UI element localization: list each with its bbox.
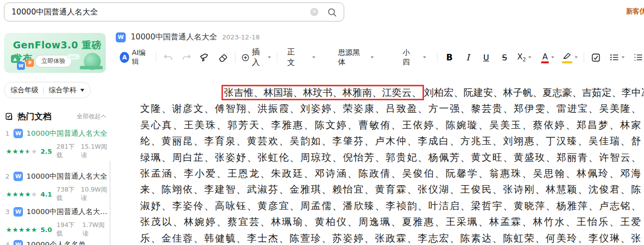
highlighted-names: 张吉惟、林国瑞、林玟书、林雅南、江奕云、 bbox=[224, 87, 422, 98]
bullet-list-button[interactable] bbox=[610, 53, 625, 61]
genflow-banner[interactable]: GenFlow3.0 重磅发布 ▲ W P 立即体验 ... bbox=[4, 33, 106, 73]
text-line: 绿珮、周白芷、张姿妤、张虹伦、周琼玟、倪怡芳、郭贵妃、杨佩芳、黄文旺、黄盛玫、郑… bbox=[140, 150, 641, 166]
rank-label: 2 bbox=[5, 173, 10, 180]
reads-count: 10.9W阅读 bbox=[81, 186, 107, 203]
chevron-down-icon bbox=[551, 56, 554, 58]
text-line: 来、陈翊依、李建智、武淑芬、金雅琪、赖怡宜、黄育霖、张仪湖、王俊民、张诗刚、林慧… bbox=[140, 182, 641, 198]
chevron-down-icon bbox=[575, 56, 578, 58]
grade-subject-filter[interactable]: 综合年级 | 综合学科 bbox=[4, 82, 91, 98]
doc-list-item[interactable]: 2 W 10000中国普通人名大全 ★★★★★ ★★★★★ 4.1 738下载 … bbox=[5, 172, 107, 203]
downloads-count: 738下载 bbox=[56, 186, 76, 203]
search-box[interactable]: ✕ bbox=[4, 2, 344, 21]
subscript-button[interactable]: X2 bbox=[517, 52, 531, 62]
star-rating: ★★★★★ ★★★★★ bbox=[6, 191, 37, 198]
underline-button[interactable]: U bbox=[480, 51, 492, 64]
doc-item-title[interactable]: 10000中国普通人名大… bbox=[26, 207, 107, 217]
clear-search-icon[interactable]: ✕ bbox=[310, 8, 318, 16]
text-line: 文隆、谢彦文、傅智翔、洪振霞、刘姿婷、荣姿康、吕致盈、方一强、黎芸贵、郑伊雯、雷… bbox=[140, 101, 641, 117]
doc-item-title[interactable]: 10000中国普通人名大全 bbox=[26, 172, 107, 181]
font-family-value: 思源黑体 bbox=[338, 48, 362, 67]
font-color-swatch bbox=[541, 61, 549, 63]
strikethrough-button[interactable]: S bbox=[499, 51, 510, 64]
highlight-selection-box: 张吉惟、林国瑞、林玟书、林雅南、江奕云、 bbox=[221, 85, 424, 100]
collapse-all-button[interactable]: 全部收起 bbox=[77, 112, 106, 121]
new-customer-promo-link[interactable]: 新客优惠 bbox=[626, 7, 644, 16]
text-line: 纶、黄丽昆、李育泉、黄芸欢、吴韵如、李肇芬、卢木仲、李成白、方兆玉、刘翊惠、丁汉… bbox=[140, 133, 641, 149]
filter-grade-label: 综合年级 bbox=[10, 86, 38, 95]
numbered-list-icon bbox=[634, 53, 643, 61]
italic-button[interactable]: I bbox=[462, 51, 473, 64]
doc-item-title[interactable]: 10000中国普通人名大全 bbox=[26, 129, 107, 138]
names-text: 刘柏宏、阮建安、林子帆、夏志豪、吉茹定、李中冰、黄 bbox=[424, 87, 644, 98]
format-painter-icon[interactable] bbox=[199, 51, 211, 64]
eraser-icon[interactable] bbox=[217, 51, 229, 64]
rating-value: 4.1 bbox=[40, 191, 52, 198]
toolbar-divider bbox=[235, 52, 235, 62]
word-chip-icon: W bbox=[17, 62, 25, 70]
filter-divider: | bbox=[42, 86, 44, 94]
toolbar-divider bbox=[277, 52, 277, 62]
bold-button[interactable]: B bbox=[443, 51, 455, 64]
chevron-down-icon bbox=[371, 56, 374, 58]
doc-list-item[interactable]: 4 W 10000个人名名单 bbox=[5, 240, 107, 245]
chevron-down-icon bbox=[268, 56, 271, 58]
paragraph-style-select[interactable]: 正文 bbox=[287, 47, 315, 68]
text-line: 吴心真、王美珠、郭芳天、李雅惠、陈文婷、曹敏侑、王依婷、陈婉璇、吴美玉、蔡依婷、… bbox=[140, 117, 641, 133]
laptop-icon bbox=[80, 66, 103, 69]
chevron-down-icon bbox=[622, 56, 625, 58]
document-header: W 10000中国普通人名大全 2023-12-18 bbox=[116, 32, 260, 42]
checkbox-list-button[interactable] bbox=[590, 51, 602, 64]
text-line: 乐、金佳蓉、韩健毓、李士杰、陈萱珍、苏姿婷、张政霖、李志宏、陈素达、陈虹荣、何美… bbox=[140, 231, 641, 245]
hot-docs-header: 热门文档 全部收起 bbox=[5, 111, 106, 122]
banner-brand: GenFlow3.0 bbox=[13, 39, 78, 50]
document-title: 10000中国普通人名大全 bbox=[131, 32, 217, 42]
doc-list-item[interactable]: 1 W 10000中国普通人名大全 ★★★★★ ★★★★★ 2.5 281下载 … bbox=[5, 129, 107, 160]
editor-toolbar: A AI编辑 bbox=[120, 48, 644, 67]
highlight-color-button[interactable] bbox=[562, 52, 578, 63]
chevron-down-icon bbox=[80, 89, 84, 92]
reads-count: 15.1W阅读 bbox=[81, 143, 107, 160]
word-doc-icon: W bbox=[13, 172, 23, 181]
font-size-select[interactable]: 小四 bbox=[403, 48, 426, 67]
word-doc-icon: W bbox=[13, 207, 23, 217]
text-line: 张吉惟、林国瑞、林玟书、林雅南、江奕云、刘柏宏、阮建安、林子帆、夏志豪、吉茹定、… bbox=[140, 85, 641, 101]
app-window: ✕ 新客优惠 GenFlow3.0 重磅发布 ▲ W P 立即体验 ... 综合… bbox=[0, 0, 644, 245]
hot-docs-title: 热门文档 bbox=[17, 111, 51, 122]
bullet-list-icon bbox=[610, 53, 619, 61]
star-rating: ★★★★★ ★★★★★ bbox=[6, 227, 37, 233]
doc-list-item[interactable]: 3 W 10000中国普通人名大… ★★★★★ ★★★★★ 5.0 194下载 … bbox=[5, 207, 107, 238]
text-line: 张茂以、林婉婷、蔡宜芸、林珮瑜、黄柏仪、周逸珮、夏雅惠、王采珮、林孟霖、林竹水、… bbox=[140, 214, 641, 230]
hot-docs-icon bbox=[5, 112, 14, 121]
sidebar: GenFlow3.0 重磅发布 ▲ W P 立即体验 ... 综合年级 | 综合… bbox=[0, 26, 111, 245]
toolbar-divider bbox=[584, 52, 584, 62]
downloads-count: 194下载 bbox=[56, 221, 78, 238]
search-input[interactable] bbox=[11, 7, 310, 16]
font-color-button[interactable]: A bbox=[541, 52, 554, 63]
ppt-chip-icon: P bbox=[26, 59, 34, 67]
chevron-down-icon bbox=[423, 56, 426, 58]
font-size-value: 小四 bbox=[403, 48, 414, 67]
toolbar-divider bbox=[437, 52, 437, 62]
redo-button[interactable] bbox=[181, 51, 192, 64]
insert-button[interactable]: 插入 bbox=[241, 47, 271, 68]
document-body[interactable]: 张吉惟、林国瑞、林玟书、林雅南、江奕云、刘柏宏、阮建安、林子帆、夏志豪、吉茹定、… bbox=[140, 85, 641, 245]
search-icon[interactable] bbox=[327, 7, 337, 17]
doc-item-title[interactable]: 10000个人名名单 bbox=[26, 240, 86, 245]
main-panel: W 10000中国普通人名大全 2023-12-18 A AI编辑 bbox=[111, 26, 644, 245]
downloads-count: 281下载 bbox=[56, 143, 76, 160]
toolbar-divider bbox=[156, 52, 156, 62]
undo-button[interactable] bbox=[162, 51, 174, 64]
star-rating: ★★★★★ ★★★★★ bbox=[6, 148, 37, 155]
word-doc-icon: W bbox=[13, 240, 23, 245]
numbered-list-button[interactable] bbox=[634, 53, 644, 61]
highlighter-icon bbox=[562, 52, 572, 63]
font-family-select[interactable]: 思源黑体 bbox=[338, 48, 374, 67]
word-doc-icon: W bbox=[13, 129, 23, 138]
text-line: 淑妤、李姿伶、高咏钰、黄彦宜、周孟儒、潘欣臻、李祯韵、叶洁启、梁哲宇、黄晓萍、杨… bbox=[140, 198, 641, 214]
rank-label: 4 bbox=[5, 241, 10, 245]
document-date: 2023-12-18 bbox=[222, 33, 260, 41]
rank-label: 3 bbox=[5, 208, 10, 216]
rating-value: 2.5 bbox=[40, 148, 52, 155]
ai-edit-button[interactable]: A AI编辑 bbox=[120, 48, 150, 66]
banner-cta-button[interactable]: 立即体验 bbox=[35, 55, 72, 67]
